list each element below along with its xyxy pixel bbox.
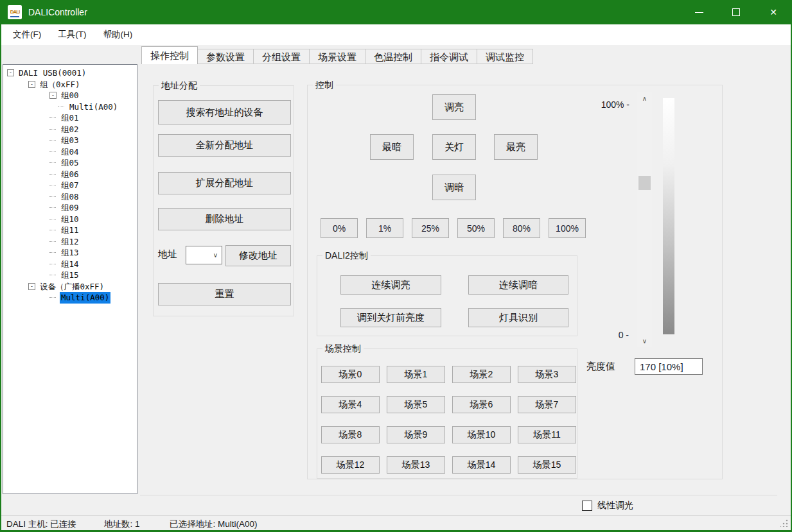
tree-node-group14[interactable]: 组14 — [3, 259, 137, 270]
assign-new-address-button[interactable]: 全新分配地址 — [158, 134, 291, 157]
darken-button[interactable]: 调暗 — [432, 175, 476, 200]
tree-connector — [49, 264, 56, 264]
scene-5-button[interactable]: 场景5 — [387, 396, 445, 413]
modify-address-button[interactable]: 修改地址 — [225, 245, 291, 266]
menu-help[interactable]: 帮助(H) — [95, 24, 141, 45]
light-off-button[interactable]: 关灯 — [432, 134, 476, 160]
scroll-up-icon[interactable]: ∧ — [637, 92, 652, 105]
scene-12-button[interactable]: 场景12 — [321, 456, 380, 474]
percent-50-button[interactable]: 50% — [457, 218, 495, 238]
scrollbar-thumb[interactable] — [638, 176, 651, 190]
tree-node-group08[interactable]: 组08 — [3, 191, 137, 203]
scroll-down-icon[interactable]: ∨ — [637, 334, 652, 347]
reset-button[interactable]: 重置 — [158, 283, 291, 305]
tree-node-group04[interactable]: 组04 — [3, 146, 137, 158]
status-selected-address: 已选择地址: Multi(A00) — [170, 519, 258, 530]
brighten-button[interactable]: 调亮 — [432, 94, 476, 120]
tree-node-group15[interactable]: 组15 — [3, 270, 137, 281]
brightness-scrollbar[interactable]: ∧ ∨ — [637, 92, 652, 347]
tree-node-group03[interactable]: 组03 — [3, 135, 137, 146]
tree-node-multi-a00-selected[interactable]: Multi(A00) — [3, 292, 137, 304]
tree-node-group09[interactable]: 组09 — [3, 202, 137, 214]
tree-node-group-all[interactable]: -组（0xFF) — [3, 79, 137, 90]
brightness-value-field[interactable]: 170 [10%] — [635, 358, 703, 375]
brightest-button[interactable]: 最亮 — [494, 134, 538, 160]
continuous-darken-button[interactable]: 连续调暗 — [468, 275, 568, 295]
percent-1-button[interactable]: 1% — [366, 218, 403, 238]
tab-scene-settings[interactable]: 场景设置 — [309, 49, 365, 64]
delete-address-button[interactable]: 删除地址 — [158, 208, 291, 230]
tree-node-group06[interactable]: 组06 — [3, 169, 137, 180]
tree-node-group13[interactable]: 组13 — [3, 247, 137, 259]
address-combobox[interactable]: ∨ — [186, 246, 222, 264]
tree-connector — [49, 129, 56, 130]
scene-13-button[interactable]: 场景13 — [387, 456, 445, 474]
tab-color-temp-control[interactable]: 色温控制 — [365, 49, 421, 64]
restore-pre-off-level-button[interactable]: 调到关灯前亮度 — [340, 308, 441, 327]
scene-6-button[interactable]: 场景6 — [452, 396, 511, 413]
status-address-count: 地址数: 1 — [104, 519, 140, 530]
percent-25-button[interactable]: 25% — [412, 218, 449, 238]
tree-node-group10[interactable]: 组10 — [3, 214, 137, 225]
tab-command-debug[interactable]: 指令调试 — [421, 49, 477, 64]
title-bar: DALI DALIController ✕ — [0, 0, 792, 24]
tree-node-multi-a00[interactable]: Multi(A00) — [3, 101, 137, 113]
percent-0-button[interactable]: 0% — [321, 218, 358, 238]
collapse-icon[interactable]: - — [7, 69, 14, 76]
lamp-identify-button[interactable]: 灯具识别 — [468, 308, 568, 327]
search-addressed-devices-button[interactable]: 搜索有地址的设备 — [158, 100, 291, 124]
tab-grouping-settings[interactable]: 分组设置 — [253, 49, 310, 64]
close-button[interactable]: ✕ — [755, 0, 792, 24]
tree-node-group12[interactable]: 组12 — [3, 236, 137, 248]
percent-100-button[interactable]: 100% — [549, 218, 586, 238]
tree-connector — [49, 162, 56, 163]
extend-assign-address-button[interactable]: 扩展分配地址 — [158, 172, 291, 194]
scene-7-button[interactable]: 场景7 — [518, 396, 576, 413]
control-group: 控制 调亮 最暗 关灯 最亮 调暗 0% 1% 25% 50% 80% 100%… — [307, 85, 723, 479]
scene-0-button[interactable]: 场景0 — [321, 366, 380, 383]
window-title: DALIController — [28, 7, 87, 17]
tree-node-group11[interactable]: 组11 — [3, 225, 137, 236]
scene-10-button[interactable]: 场景10 — [452, 426, 511, 443]
scene-2-button[interactable]: 场景2 — [452, 366, 511, 383]
menu-tools[interactable]: 工具(T) — [49, 24, 94, 45]
tree-node-group05[interactable]: 组05 — [3, 157, 137, 169]
tree-node-group07[interactable]: 组07 — [3, 180, 137, 191]
minimize-icon — [695, 12, 703, 13]
continuous-brighten-button[interactable]: 连续调亮 — [340, 275, 441, 295]
tab-parameter-settings[interactable]: 参数设置 — [197, 49, 254, 64]
scene-14-button[interactable]: 场景14 — [452, 456, 511, 474]
scene-4-button[interactable]: 场景4 — [321, 396, 380, 413]
app-window: DALI DALIController ✕ 文件(F) 工具(T) 帮助(H) … — [0, 0, 792, 532]
tree-node-group00[interactable]: -组00 — [3, 90, 137, 101]
menu-bar: 文件(F) 工具(T) 帮助(H) — [1, 24, 791, 45]
brightness-gradient-bar — [663, 98, 674, 334]
collapse-icon[interactable]: - — [49, 92, 57, 99]
scene-8-button[interactable]: 场景8 — [321, 426, 380, 443]
resize-grip[interactable] — [780, 519, 788, 527]
percent-80-button[interactable]: 80% — [503, 218, 540, 238]
tree-node-group02[interactable]: 组02 — [3, 124, 137, 135]
window-border — [0, 0, 1, 532]
close-icon: ✕ — [770, 8, 777, 17]
scene-3-button[interactable]: 场景3 — [518, 366, 576, 383]
collapse-icon[interactable]: - — [28, 283, 35, 290]
tree-node-root[interactable]: -DALI USB(0001) — [3, 67, 137, 79]
menu-file[interactable]: 文件(F) — [4, 24, 49, 45]
scene-11-button[interactable]: 场景11 — [518, 426, 576, 443]
minimize-button[interactable] — [680, 0, 717, 24]
collapse-icon[interactable]: - — [28, 81, 35, 88]
tree-node-group01[interactable]: 组01 — [3, 112, 137, 124]
darkest-button[interactable]: 最暗 — [370, 134, 414, 160]
tree-connector — [49, 117, 56, 118]
window-controls: ✕ — [680, 0, 792, 24]
tab-page-divider — [140, 495, 777, 495]
tab-operation-control[interactable]: 操作控制 — [141, 46, 198, 64]
maximize-button[interactable] — [717, 0, 755, 24]
linear-dimming-checkbox[interactable] — [582, 501, 592, 511]
scene-1-button[interactable]: 场景1 — [387, 366, 445, 383]
scene-9-button[interactable]: 场景9 — [387, 426, 445, 443]
scene-15-button[interactable]: 场景15 — [518, 456, 576, 474]
tree-node-devices[interactable]: -设备（广播0xFF) — [3, 281, 137, 293]
tab-debug-monitor[interactable]: 调试监控 — [477, 49, 533, 64]
